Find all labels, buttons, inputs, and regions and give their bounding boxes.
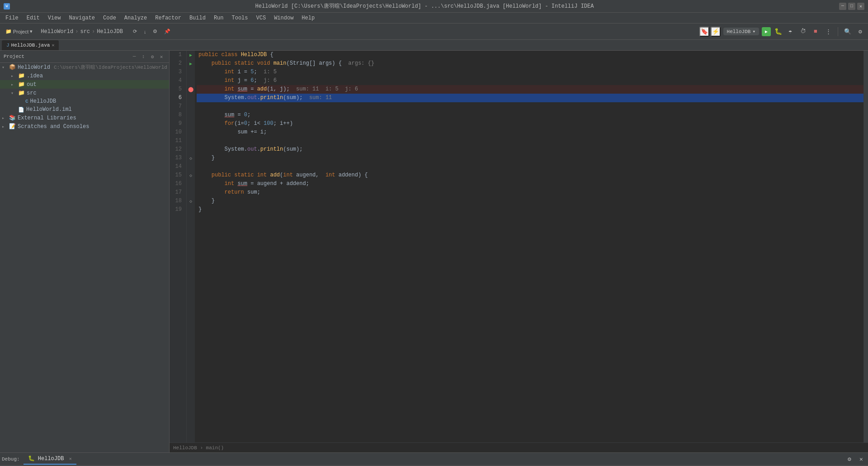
idea-folder-icon: 📁	[18, 72, 25, 79]
hellojdb-class-icon: C	[25, 99, 28, 104]
breadcrumb-item-1[interactable]: src	[80, 29, 90, 35]
gutter-4	[187, 76, 195, 85]
gutter-2[interactable]: ▶	[187, 59, 195, 68]
breadcrumb: HelloWorld › src › HelloJDB	[37, 28, 127, 36]
bottom-tab-close[interactable]: ✕	[69, 456, 72, 461]
sidebar-settings-btn[interactable]: ⚙	[148, 52, 156, 61]
ln-1: 1	[170, 51, 184, 59]
bottom-panel-settings-btn[interactable]: ⚙	[844, 454, 854, 464]
bottom-panel-close-btn[interactable]: ✕	[856, 454, 866, 464]
toolbar-pin-btn[interactable]: 📌	[161, 27, 173, 36]
toolbar-left: 📁 Project ▾	[3, 27, 35, 36]
menu-help[interactable]: Help	[298, 14, 318, 22]
gutter-15[interactable]: ◇	[187, 171, 195, 180]
toolbar-project-btn[interactable]: 📁 Project ▾	[3, 27, 35, 36]
sidebar-item-idea[interactable]: ▸ 📁 .idea	[0, 71, 169, 80]
menu-code[interactable]: Code	[99, 14, 120, 22]
maximize-button[interactable]: □	[848, 3, 855, 10]
sidebar-item-hellojdb-class[interactable]: C HelloJDB	[0, 97, 169, 105]
code-lines[interactable]: public class HelloJDB { public static vo…	[195, 51, 863, 442]
toolbar-structure-btn[interactable]: ⚡	[711, 27, 721, 37]
sidebar-item-helloworld[interactable]: ▾ 📦 HelloWorld C:\Users\唐羽暄\IdeaProjects…	[0, 63, 169, 71]
ln-9: 9	[170, 119, 184, 128]
code-line-11	[197, 137, 863, 145]
debug-button[interactable]: 🐛	[774, 27, 783, 36]
tree-arrow-external: ▸	[2, 115, 7, 121]
sidebar-title: Project	[4, 54, 24, 59]
menu-bar: File Edit View Navigate Code Analyze Ref…	[0, 13, 868, 24]
code-line-10: sum += i;	[197, 128, 863, 137]
menu-run[interactable]: Run	[210, 14, 227, 22]
run-config-dropdown[interactable]: ▾	[752, 29, 755, 34]
sidebar-item-iml[interactable]: 📄 HelloWorld.iml	[0, 105, 169, 114]
menu-refactor[interactable]: Refactor	[151, 14, 185, 22]
menu-build[interactable]: Build	[186, 14, 209, 22]
gutter-13[interactable]: ◇	[187, 154, 195, 162]
gutter-7	[187, 102, 195, 111]
tree-label-iml: HelloWorld.iml	[26, 106, 72, 113]
out-folder-icon: 📁	[18, 81, 25, 88]
toolbar-more-btn[interactable]: ⋮	[823, 27, 833, 37]
profiler-btn[interactable]: ⏱	[798, 27, 808, 37]
menu-vcs[interactable]: VCS	[253, 14, 270, 22]
run-with-coverage-btn[interactable]: ☂	[785, 27, 795, 37]
sidebar-item-external-libs[interactable]: ▸ 📚 External Libraries	[0, 114, 169, 122]
tab-close-btn[interactable]: ✕	[52, 43, 54, 48]
sidebar-item-src[interactable]: ▾ 📁 src	[0, 89, 169, 97]
tree-label-idea: .idea	[27, 73, 43, 79]
toolbar-bookmark-btn[interactable]: 🔖	[699, 27, 709, 37]
bottom-panel: Debug: 🐛 HelloJDB ✕ ⚙ ✕ ▶ 🐛 Debugger ▤ C…	[0, 452, 868, 466]
toolbar-search-btn[interactable]: 🔍	[843, 27, 853, 37]
minimize-button[interactable]: ─	[839, 3, 846, 10]
tree-arrow-out: ▸	[11, 82, 16, 87]
sidebar-item-out[interactable]: ▸ 📁 out	[0, 80, 169, 89]
code-line-2: public static void main(String[] args) {…	[197, 59, 863, 68]
window-controls: ─ □ ✕	[839, 3, 864, 10]
close-button[interactable]: ✕	[857, 3, 864, 10]
toolbar-stop-btn[interactable]: ■	[811, 27, 821, 37]
gutter-1[interactable]: ▶	[187, 51, 195, 59]
gutter-18[interactable]: ◇	[187, 197, 195, 205]
run-config: HelloJDB ▾	[723, 28, 759, 35]
menu-file[interactable]: File	[2, 14, 22, 22]
code-line-4: int j = 6; j: 6	[197, 76, 863, 85]
sidebar-expand-btn[interactable]: ↕	[139, 52, 147, 61]
menu-edit[interactable]: Edit	[23, 14, 43, 22]
code-line-3: int i = 5; i: 5	[197, 68, 863, 76]
toolbar-sync-btn[interactable]: ⟳	[130, 27, 140, 36]
sidebar-close-btn[interactable]: ✕	[157, 52, 165, 61]
run-button[interactable]: ▶	[762, 27, 771, 36]
menu-tools[interactable]: Tools	[228, 14, 252, 22]
bottom-panel-right-icons: ⚙ ✕	[844, 454, 866, 464]
menu-window[interactable]: Window	[270, 14, 297, 22]
bottom-tab-hellojdb[interactable]: 🐛 HelloJDB ✕	[24, 453, 76, 465]
editor-scrollbar[interactable]	[863, 51, 868, 442]
debug-label: Debug:	[2, 456, 20, 462]
toolbar-expand-btn[interactable]: ↓	[141, 27, 149, 36]
menu-view[interactable]: View	[44, 14, 65, 22]
menu-analyze[interactable]: Analyze	[121, 14, 151, 22]
code-line-13: }	[197, 154, 863, 162]
gutter-3	[187, 68, 195, 76]
tree-label-scratches: Scratches and Consoles	[18, 124, 89, 130]
ln-17: 17	[170, 188, 184, 197]
bottom-tabs: Debug: 🐛 HelloJDB ✕ ⚙ ✕	[0, 453, 868, 466]
tree-path-helloworld: C:\Users\唐羽暄\IdeaProjects\HelloWorld	[54, 64, 167, 71]
toolbar-settings-btn[interactable]: ⚙	[150, 27, 160, 36]
sidebar-collapse-btn[interactable]: ─	[130, 52, 138, 61]
sidebar-header: Project ─ ↕ ⚙ ✕	[0, 51, 169, 63]
toolbar-settings2-btn[interactable]: ⚙	[855, 27, 865, 37]
code-line-18: }	[197, 197, 863, 205]
ln-14: 14	[170, 162, 184, 171]
gutter-17	[187, 188, 195, 197]
tab-hellojdb[interactable]: J HelloJDB.java ✕	[2, 40, 59, 50]
tree-arrow-scratches: ▸	[2, 124, 7, 129]
breadcrumb-item-0[interactable]: HelloWorld	[41, 29, 73, 35]
tree-arrow-idea: ▸	[11, 73, 16, 79]
menu-navigate[interactable]: Navigate	[65, 14, 99, 22]
breadcrumb-item-2[interactable]: HelloJDB	[97, 29, 123, 35]
ln-7: 7	[170, 102, 184, 111]
tab-label: HelloJDB.java	[11, 43, 50, 48]
sidebar-item-scratches[interactable]: ▸ 📝 Scratches and Consoles	[0, 122, 169, 131]
sidebar: Project ─ ↕ ⚙ ✕ ▾ 📦 HelloWorld C:\Users\…	[0, 51, 170, 452]
